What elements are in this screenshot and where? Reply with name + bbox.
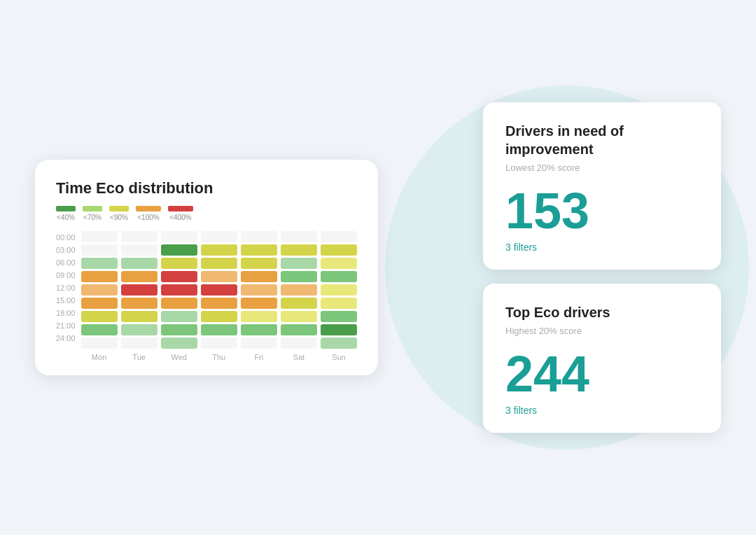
x-label-thu: Thu [201,353,237,361]
cell [81,244,118,256]
cell [281,244,317,256]
legend-item-90: <90% [109,206,129,221]
top-eco-drivers-title: Top Eco drivers [505,303,699,321]
drivers-improvement-value: 153 [505,186,699,236]
col-sun [321,231,357,349]
legend-label-70: <70% [83,214,102,221]
grid-area: Mon Tue Wed Thu Fri Sat Sun [81,231,357,361]
chart-legend: <40% <70% <90% <100% <400% [56,206,357,221]
legend-item-70: <70% [83,206,102,221]
cell [121,324,158,335]
chart-card: Time Eco distribution <40% <70% <90% <10… [35,160,378,375]
cell [321,231,357,242]
cell [201,298,237,309]
cell [241,311,277,322]
y-label-1200: 12:00 [56,282,76,294]
cell [281,284,317,296]
cell [161,338,197,349]
y-axis: 00:00 03:00 06:00 09:00 12:00 15:00 18:0… [56,231,76,361]
cell [201,271,237,282]
cell [321,284,357,296]
legend-label-100: <100% [137,214,159,221]
y-label-1800: 18:00 [56,307,76,319]
legend-bar-70 [83,206,102,211]
cell [281,231,317,242]
legend-bar-90 [109,206,129,211]
cell [201,338,237,349]
cell [121,284,158,296]
cell [241,298,277,309]
cell [161,298,197,309]
cell [161,311,197,322]
col-sat [281,231,317,349]
drivers-improvement-title: Drivers in need of improvement [505,122,699,158]
heatmap-area: 00:00 03:00 06:00 09:00 12:00 15:00 18:0… [56,231,357,361]
cell [161,284,197,296]
cell [121,231,158,242]
heatmap-grid [81,231,357,349]
y-label-0600: 06:00 [56,256,76,269]
cell [161,258,197,269]
cell [321,324,357,335]
cell [121,298,158,309]
right-cards: Drivers in need of improvement Lowest 20… [483,102,721,433]
cell [81,271,118,282]
y-label-0300: 03:00 [56,244,76,256]
cell [241,338,277,349]
cell [81,284,118,296]
col-wed [161,231,197,349]
cell [321,298,357,309]
cell [281,311,317,322]
legend-item-400: <400% [168,206,193,221]
legend-label-400: <400% [169,214,191,221]
x-axis: Mon Tue Wed Thu Fri Sat Sun [81,353,357,361]
cell [201,324,237,335]
cell [161,231,197,242]
cell [121,258,158,269]
cell [81,324,118,335]
legend-item-40: <40% [56,206,76,221]
col-fri [241,231,277,349]
cell [121,311,158,322]
scene: Time Eco distribution <40% <70% <90% <10… [35,22,721,513]
y-label-0000: 00:00 [56,231,76,244]
cell [321,338,357,349]
y-label-1500: 15:00 [56,294,76,307]
cell [321,244,357,256]
cell [321,258,357,269]
cell [81,338,118,349]
cell [281,324,317,335]
cell [201,244,237,256]
top-eco-drivers-card: Top Eco drivers Highest 20% score 244 3 … [483,284,721,433]
top-eco-drivers-filters[interactable]: 3 filters [505,405,699,416]
y-label-0900: 09:00 [56,269,76,282]
legend-bar-400 [168,206,193,211]
drivers-improvement-filters[interactable]: 3 filters [505,242,699,253]
drivers-improvement-subtitle: Lowest 20% score [505,162,699,173]
cell [81,258,118,269]
x-label-sat: Sat [281,353,317,361]
cell [201,231,237,242]
cell [81,231,118,242]
col-mon [81,231,118,349]
x-label-tue: Tue [121,353,158,361]
x-label-fri: Fri [241,353,277,361]
y-label-2100: 21:00 [56,319,76,332]
cell [121,271,158,282]
cell [241,284,277,296]
cell [241,271,277,282]
cell [321,311,357,322]
cell [121,244,158,256]
x-label-wed: Wed [161,353,197,361]
cell [201,284,237,296]
cell [281,338,317,349]
cell [161,324,197,335]
x-label-sun: Sun [321,353,357,361]
y-label-2400: 24:00 [56,332,76,345]
legend-label-40: <40% [57,214,75,221]
legend-bar-40 [56,206,76,211]
cell [281,298,317,309]
cell [321,271,357,282]
legend-item-100: <100% [136,206,161,221]
cell [201,311,237,322]
